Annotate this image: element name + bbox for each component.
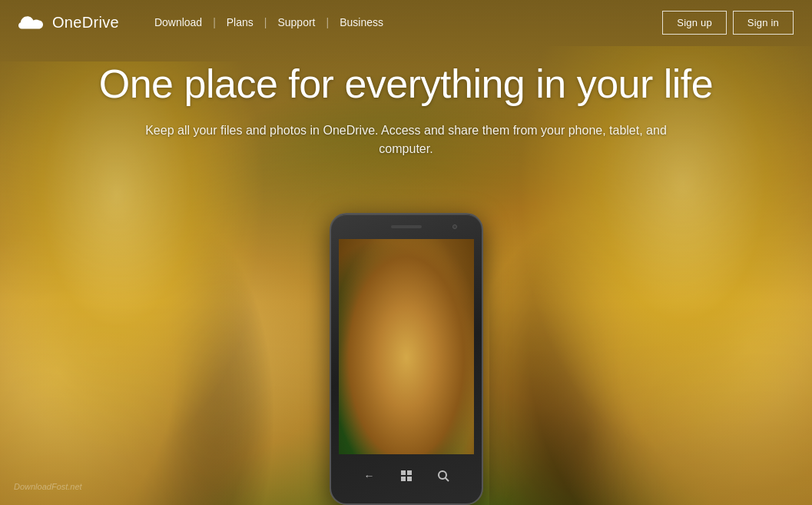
nav-item-download[interactable]: Download xyxy=(144,16,213,28)
nav-link-support[interactable]: Support xyxy=(267,16,326,28)
svg-rect-0 xyxy=(401,470,406,475)
nav-item-business[interactable]: Business xyxy=(329,16,394,28)
svg-rect-3 xyxy=(407,477,412,481)
nav-link-business[interactable]: Business xyxy=(329,16,394,28)
phone-container: ← xyxy=(330,213,483,505)
nav-link-plans[interactable]: Plans xyxy=(216,16,264,28)
phone-top-bar xyxy=(331,214,482,239)
nav-item-support[interactable]: Support xyxy=(267,16,326,28)
nav-item-plans[interactable]: Plans xyxy=(216,16,264,28)
wp-home-button[interactable] xyxy=(399,468,414,483)
wp-back-button[interactable]: ← xyxy=(362,468,377,483)
phone-bottom-bar: ← xyxy=(331,454,482,503)
hero-section: OneDrive Download | Plans | Support | Bu… xyxy=(0,0,812,505)
phone-mockup: ← xyxy=(330,213,483,505)
hero-content: One place for everything in your life Ke… xyxy=(0,61,812,158)
brand-logo[interactable]: OneDrive xyxy=(18,14,119,32)
hero-subtitle: Keep all your files and photos in OneDri… xyxy=(138,121,675,158)
sign-in-button[interactable]: Sign in xyxy=(733,11,794,35)
svg-rect-1 xyxy=(407,470,412,475)
wp-search-button[interactable] xyxy=(436,468,451,483)
wp-home-icon xyxy=(400,470,413,482)
nav-buttons: Sign up Sign in xyxy=(662,11,794,35)
sign-up-button[interactable]: Sign up xyxy=(662,11,727,35)
svg-rect-2 xyxy=(401,477,406,481)
phone-screen xyxy=(339,239,474,454)
svg-line-5 xyxy=(446,478,449,481)
navbar: OneDrive Download | Plans | Support | Bu… xyxy=(0,0,812,45)
nav-link-download[interactable]: Download xyxy=(144,16,213,28)
brand-name: OneDrive xyxy=(52,14,119,32)
phone-speaker xyxy=(391,225,422,228)
phone-screen-content xyxy=(339,239,474,454)
wp-search-icon xyxy=(437,470,449,482)
watermark: DownloadFost.net xyxy=(14,482,82,491)
onedrive-icon xyxy=(18,14,45,31)
hero-title: One place for everything in your life xyxy=(31,61,781,108)
phone-camera xyxy=(452,224,457,229)
nav-links: Download | Plans | Support | Business xyxy=(144,16,394,28)
svg-point-4 xyxy=(439,471,446,479)
